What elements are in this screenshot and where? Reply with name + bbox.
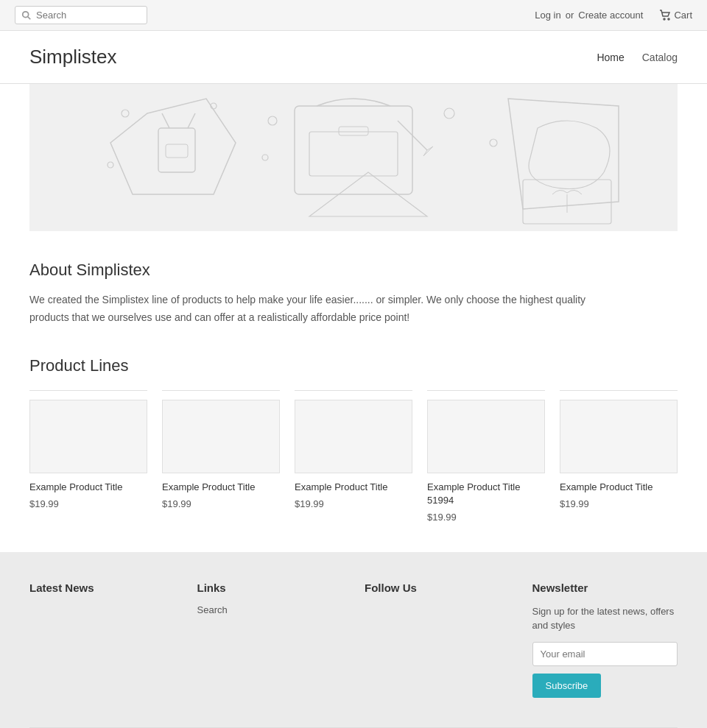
or-separator: or [566,10,574,21]
product-card-1[interactable]: Example Product Title $19.99 [162,390,280,523]
search-icon [21,10,32,21]
footer-newsletter: Newsletter Sign up for the latest news, … [532,582,678,698]
footer: Latest News Links Search Follow Us Newsl… [0,552,707,728]
site-title[interactable]: Simplistex [29,46,116,68]
header: Simplistex Home Catalog [0,31,707,84]
create-account-link[interactable]: Create account [578,10,643,21]
footer-follow-us: Follow Us [365,582,510,698]
product-image-2 [295,400,412,473]
cart-wrapper[interactable]: Cart [659,10,692,21]
product-price-1: $19.99 [162,498,280,509]
product-title-2: Example Product Title [295,481,412,494]
about-text: We created the Simplistex line of produc… [29,291,589,327]
footer-link-search[interactable]: Search [197,604,343,615]
latest-news-title: Latest News [29,582,175,594]
hero-banner [29,84,678,231]
follow-us-title: Follow Us [365,582,510,594]
product-title-1: Example Product Title [162,481,280,494]
email-input[interactable] [532,642,678,666]
svg-point-3 [668,18,669,20]
product-title-3: Example Product Title 51994 [427,481,545,507]
top-bar: Log in or Create account Cart [0,0,707,31]
svg-line-1 [28,16,31,19]
login-link[interactable]: Log in [535,10,560,21]
product-card-3[interactable]: Example Product Title 51994 $19.99 [427,390,545,523]
product-image-4 [560,400,678,473]
product-title-0: Example Product Title [29,481,147,494]
product-image-0 [29,400,147,473]
product-image-1 [162,400,280,473]
links-title: Links [197,582,343,594]
newsletter-desc: Sign up for the latest news, offers and … [532,604,678,633]
product-price-0: $19.99 [29,498,147,509]
newsletter-title: Newsletter [532,582,678,594]
product-card-2[interactable]: Example Product Title $19.99 [295,390,412,523]
svg-point-0 [23,11,29,17]
nav-home[interactable]: Home [597,52,624,63]
product-card-4[interactable]: Example Product Title $19.99 [560,390,678,523]
product-lines-title: Product Lines [29,356,678,375]
nav-catalog[interactable]: Catalog [642,52,678,63]
products-grid: Example Product Title $19.99 Example Pro… [29,390,678,523]
product-image-3 [427,400,545,473]
search-wrapper [15,6,147,24]
svg-point-2 [664,18,665,20]
main-content: About Simplistex We created the Simplist… [0,231,707,342]
footer-links: Links Search [197,582,343,698]
subscribe-button[interactable]: Subscribe [532,674,602,698]
cart-label: Cart [674,10,692,21]
search-input[interactable] [36,10,141,21]
about-title: About Simplistex [29,261,678,280]
cart-icon [659,10,671,21]
product-title-4: Example Product Title [560,481,678,494]
footer-latest-news: Latest News [29,582,175,698]
product-price-2: $19.99 [295,498,412,509]
product-card-0[interactable]: Example Product Title $19.99 [29,390,147,523]
product-price-3: $19.99 [427,512,545,523]
main-nav: Home Catalog [597,52,678,63]
top-bar-right: Log in or Create account Cart [535,10,692,21]
product-lines-section: Product Lines Example Product Title $19.… [0,342,707,552]
product-price-4: $19.99 [560,498,678,509]
hero-image [29,84,678,231]
footer-grid: Latest News Links Search Follow Us Newsl… [29,582,678,698]
